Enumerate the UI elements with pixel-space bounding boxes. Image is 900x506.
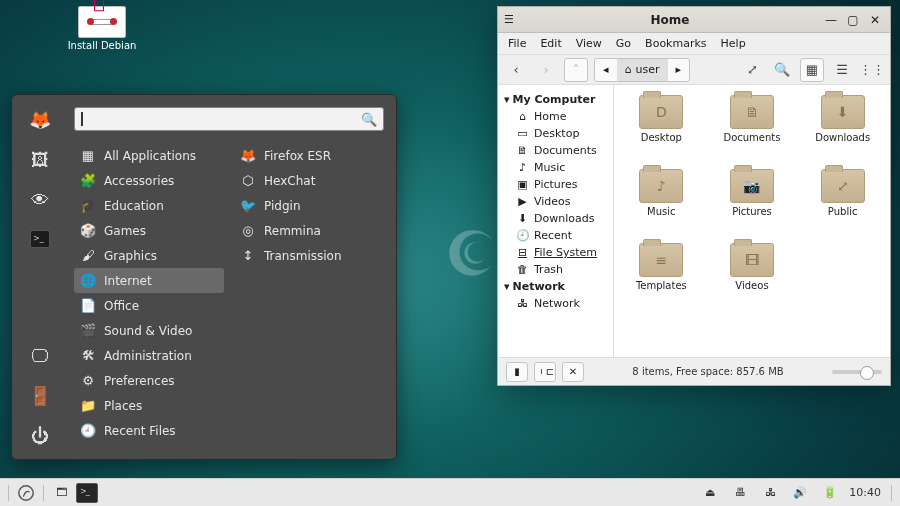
app-hexchat[interactable]: ⬡HexChat (234, 168, 384, 193)
dock-firefox-icon[interactable]: 🦊 (26, 105, 54, 133)
sidebar-item-trash[interactable]: 🗑Trash (500, 261, 611, 278)
dock-logout-icon[interactable]: 🚪 (26, 381, 54, 409)
appmenu-search-input[interactable] (87, 112, 361, 126)
panel-clock[interactable]: 10:40 (849, 486, 881, 499)
fm-statusbar: ▮ ౹⊏ ✕ 8 items, Free space: 857.6 MB (498, 357, 890, 385)
desktop-icon-install-debian[interactable]: Install Debian (66, 6, 138, 51)
list-view-button[interactable]: ☰ (830, 58, 854, 82)
app-transmission[interactable]: ↕Transmission (234, 243, 384, 268)
path-next-button[interactable]: ▸ (668, 59, 690, 81)
sidebar-item-music[interactable]: ♪Music (500, 159, 611, 176)
desktop-icon-label: Install Debian (66, 40, 138, 51)
maximize-button[interactable]: ▢ (844, 11, 862, 29)
close-button[interactable]: ✕ (866, 11, 884, 29)
dock-terminal-icon[interactable]: >_ (26, 225, 54, 253)
app-remmina[interactable]: ◎Remmina (234, 218, 384, 243)
category-label: Internet (104, 274, 152, 288)
compact-view-button[interactable]: ⋮⋮ (860, 58, 884, 82)
sidebar-item-desktop[interactable]: ▭Desktop (500, 125, 611, 142)
folder-public[interactable]: ⤢Public (803, 169, 883, 239)
show-places-button[interactable]: ▮ (506, 362, 528, 382)
category-graphics[interactable]: 🖌Graphics (74, 243, 224, 268)
path-root-button[interactable]: ◂ (595, 59, 617, 81)
sidebar-item-documents[interactable]: 🗎Documents (500, 142, 611, 159)
sidebar-item-network[interactable]: 🖧Network (500, 295, 611, 312)
menu-view[interactable]: View (576, 37, 602, 50)
category-education[interactable]: 🎓Education (74, 193, 224, 218)
icon-view-button[interactable]: ▦ (800, 58, 824, 82)
sidebar-item-file-system[interactable]: ⊟File System (500, 244, 611, 261)
menu-help[interactable]: Help (721, 37, 746, 50)
folder-templates[interactable]: ≡Templates (621, 243, 701, 313)
dock-display-settings-icon[interactable]: 🖵 (26, 341, 54, 369)
menu-file[interactable]: File (508, 37, 526, 50)
svg-point-0 (19, 485, 33, 499)
dock-shutdown-icon[interactable]: ⏻ (26, 421, 54, 449)
category-places[interactable]: 📁Places (74, 393, 224, 418)
app-icon: ◎ (240, 223, 256, 239)
folder-icon: ⤢ (821, 169, 865, 203)
folder-downloads[interactable]: ⬇Downloads (803, 95, 883, 165)
application-menu: 🦊 🖼 👁 >_ 🖵 🚪 ⏻ 🔍 ▦All Applications🧩Acces… (11, 94, 397, 460)
menu-bookmarks[interactable]: Bookmarks (645, 37, 706, 50)
tray-removable-icon[interactable]: ⏏ (699, 482, 721, 504)
category-sound-video[interactable]: 🎬Sound & Video (74, 318, 224, 343)
dock-image-viewer-icon[interactable]: 👁 (26, 185, 54, 213)
sidebar-item-label: Downloads (534, 212, 594, 225)
category-administration[interactable]: 🛠Administration (74, 343, 224, 368)
appmenu-search[interactable]: 🔍 (74, 107, 384, 131)
category-internet[interactable]: 🌐Internet (74, 268, 224, 293)
folder-music[interactable]: ♪Music (621, 169, 701, 239)
show-desktop-button[interactable]: 🗔 (50, 482, 72, 504)
minimize-button[interactable]: — (822, 11, 840, 29)
close-sidebar-button[interactable]: ✕ (562, 362, 584, 382)
menu-edit[interactable]: Edit (540, 37, 561, 50)
folder-documents[interactable]: 🗎Documents (712, 95, 792, 165)
folder-label: Music (647, 206, 675, 217)
sidebar-item-videos[interactable]: ▶Videos (500, 193, 611, 210)
fm-titlebar[interactable]: ☰ Home — ▢ ✕ (498, 7, 890, 33)
tray-network-icon[interactable]: 🖧 (759, 482, 781, 504)
hamburger-icon[interactable]: ☰ (504, 13, 522, 26)
category-games[interactable]: 🎲Games (74, 218, 224, 243)
taskbar-terminal[interactable] (76, 482, 98, 504)
sidebar-item-home[interactable]: ⌂Home (500, 108, 611, 125)
path-segment-user[interactable]: ⌂ user (617, 59, 668, 81)
sidebar-item-pictures[interactable]: ▣Pictures (500, 176, 611, 193)
folder-desktop[interactable]: DDesktop (621, 95, 701, 165)
folder-icon: ⬇ (821, 95, 865, 129)
category-preferences[interactable]: ⚙Preferences (74, 368, 224, 393)
category-label: Office (104, 299, 139, 313)
sidebar-item-downloads[interactable]: ⬇Downloads (500, 210, 611, 227)
zoom-slider[interactable] (832, 370, 882, 374)
menu-button[interactable] (15, 482, 37, 504)
folder-videos[interactable]: 🎞Videos (712, 243, 792, 313)
app-icon: ↕ (240, 248, 256, 264)
tray-volume-icon[interactable]: 🔊 (789, 482, 811, 504)
category-recent-files[interactable]: 🕘Recent Files (74, 418, 224, 443)
sidebar-item-icon: 🗎 (516, 144, 529, 157)
panel-separator (891, 485, 892, 501)
app-pidgin[interactable]: 🐦Pidgin (234, 193, 384, 218)
sidebar-header-computer[interactable]: ▾My Computer (500, 91, 611, 108)
tray-power-icon[interactable]: 🔋 (819, 482, 841, 504)
back-button[interactable]: ‹ (504, 58, 528, 82)
category-all-applications[interactable]: ▦All Applications (74, 143, 224, 168)
search-button[interactable]: 🔍 (770, 58, 794, 82)
sidebar-item-recent[interactable]: 🕘Recent (500, 227, 611, 244)
fm-title: Home (522, 13, 818, 27)
folder-pictures[interactable]: 📷Pictures (712, 169, 792, 239)
dock-screenshot-icon[interactable]: 🖼 (26, 145, 54, 173)
category-accessories[interactable]: 🧩Accessories (74, 168, 224, 193)
category-label: Preferences (104, 374, 175, 388)
chevron-down-icon: ▾ (504, 280, 510, 293)
app-firefox-esr[interactable]: 🦊Firefox ESR (234, 143, 384, 168)
category-office[interactable]: 📄Office (74, 293, 224, 318)
fm-toolbar: ‹ › ˄ ◂ ⌂ user ▸ ⤢ 🔍 ▦ ☰ ⋮⋮ (498, 55, 890, 85)
tray-printer-icon[interactable]: 🖶 (729, 482, 751, 504)
fm-icon-view[interactable]: DDesktop🗎Documents⬇Downloads♪Music📷Pictu… (614, 85, 890, 357)
sidebar-header-network[interactable]: ▾Network (500, 278, 611, 295)
menu-go[interactable]: Go (616, 37, 631, 50)
zoom-fit-icon[interactable]: ⤢ (740, 58, 764, 82)
show-tree-button[interactable]: ౹⊏ (534, 362, 556, 382)
